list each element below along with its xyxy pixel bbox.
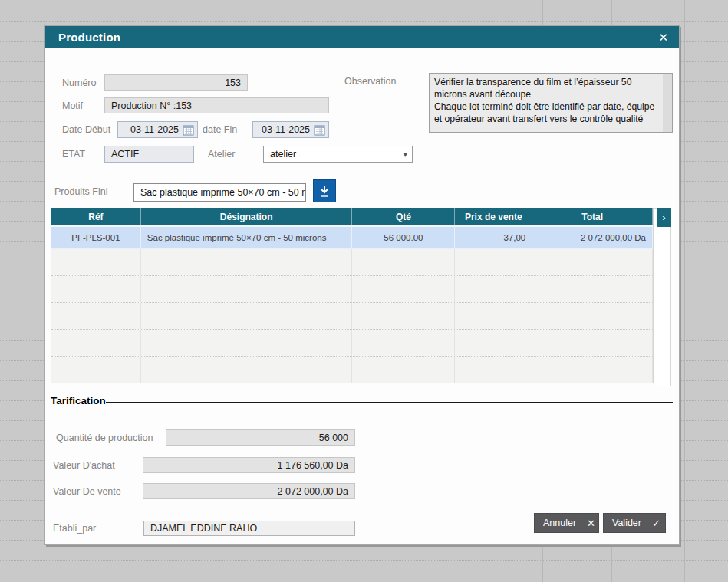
background-gridline	[0, 2, 728, 2]
table-cell: PF-PLS-001	[51, 227, 141, 248]
table-cell-empty	[455, 357, 532, 383]
table-row-empty	[51, 249, 653, 276]
background-gridline	[0, 580, 728, 580]
table-cell-empty	[141, 249, 353, 275]
table-cell-empty	[352, 276, 455, 302]
table-row-empty	[51, 303, 653, 330]
table-row-empty	[51, 330, 653, 357]
table-cell-empty	[51, 357, 141, 383]
cancel-x-icon: ✕	[576, 518, 595, 529]
close-icon[interactable]: ✕	[658, 31, 668, 43]
table-row-empty	[51, 276, 653, 303]
valider-button[interactable]: Valider ✓	[603, 513, 666, 533]
observation-scrollbar[interactable]	[663, 74, 672, 132]
download-icon	[318, 184, 331, 198]
chevron-right-icon: ›	[662, 212, 665, 223]
valeur-achat-field[interactable]: 1 176 560,00 Da	[143, 457, 355, 473]
table-cell-empty	[455, 249, 532, 275]
atelier-label: Atelier	[208, 146, 235, 163]
quantite-field[interactable]: 56 000	[166, 429, 355, 446]
table-cell-empty	[141, 276, 353, 302]
date-debut-field[interactable]: 03-11-2025	[117, 121, 198, 138]
grid-header-row: RéfDésignationQtéPrix de venteTotal	[51, 208, 653, 227]
motif-label: Motif	[62, 97, 83, 114]
atelier-selected-value: atelier	[270, 149, 296, 159]
table-row-empty	[51, 357, 653, 383]
grid-column-header[interactable]: Réf	[51, 208, 141, 225]
table-cell-empty	[455, 330, 532, 356]
table-cell-empty	[532, 330, 653, 356]
chevron-down-icon: ▾	[400, 150, 407, 159]
table-cell-empty	[455, 276, 532, 302]
table-cell: Sac plastique imprimé 50×70 cm - 50 micr…	[141, 227, 353, 248]
tarification-divider	[106, 402, 673, 403]
table-cell-empty	[532, 276, 653, 302]
grid-vertical-scrollbar[interactable]	[654, 208, 671, 386]
grid-column-header[interactable]: Prix de vente	[455, 208, 532, 225]
table-cell-empty	[532, 249, 653, 275]
table-cell-empty	[51, 276, 141, 302]
annuler-button-label: Annuler	[543, 518, 576, 528]
calendar-icon[interactable]	[183, 124, 194, 136]
table-cell-empty	[352, 330, 455, 356]
table-cell-empty	[141, 357, 353, 383]
table-cell: 2 072 000,00 Da	[532, 227, 653, 248]
numero-label: Numéro	[62, 74, 96, 91]
date-debut-label: Date Début	[62, 121, 110, 138]
table-cell: 37,00	[455, 227, 532, 248]
table-cell-empty	[141, 303, 353, 329]
etat-label: ETAT	[62, 146, 85, 163]
table-cell-empty	[51, 249, 141, 275]
table-cell: 56 000.00	[352, 227, 455, 248]
etat-field[interactable]: ACTIF	[104, 146, 194, 163]
etabli-par-field[interactable]: DJAMEL EDDINE RAHO	[143, 521, 355, 536]
background-gridline	[684, 0, 685, 582]
annuler-button[interactable]: Annuler ✕	[534, 513, 599, 533]
atelier-select[interactable]: atelier ▾	[263, 146, 413, 163]
date-fin-value: 03-11-2025	[262, 124, 310, 135]
table-cell-empty	[352, 303, 455, 329]
dialog-titlebar: Production ✕	[45, 26, 679, 48]
produits-fini-label: Produits Fini	[54, 183, 107, 200]
observation-textarea[interactable]: Vérifier la transparence du film et l’ép…	[429, 73, 673, 133]
tarification-title: Tarification	[51, 395, 106, 406]
add-product-button[interactable]	[313, 179, 336, 202]
grid-column-header[interactable]: Total	[532, 208, 653, 225]
table-cell-empty	[532, 357, 653, 383]
grid-column-header[interactable]: Qté	[352, 208, 455, 225]
table-cell-empty	[532, 303, 653, 329]
produits-fini-select[interactable]: Sac plastique imprimé 50×70 cm - 50 mi..…	[133, 183, 306, 202]
observation-label: Observation	[344, 73, 396, 90]
grid-scroll-right-button[interactable]: ›	[657, 208, 671, 227]
table-cell-empty	[352, 357, 455, 383]
table-cell-empty	[141, 330, 353, 356]
table-cell-empty	[51, 330, 141, 356]
table-cell-empty	[455, 303, 532, 329]
date-fin-label: date Fin	[203, 121, 237, 138]
numero-field[interactable]: 153	[104, 74, 248, 91]
table-cell-empty	[352, 249, 455, 275]
valeur-vente-label: Valeur De vente	[53, 483, 121, 500]
etabli-par-label: Etabli_par	[53, 520, 96, 537]
background-gridline	[0, 21, 728, 22]
dialog-title: Production	[58, 31, 120, 44]
valeur-vente-field[interactable]: 2 072 000,00 Da	[143, 483, 355, 499]
date-fin-field[interactable]: 03-11-2025	[252, 121, 329, 138]
date-debut-value: 03-11-2025	[130, 124, 179, 135]
table-cell-empty	[51, 303, 141, 329]
products-grid: › RéfDésignationQtéPrix de venteTotal PF…	[51, 208, 671, 386]
grid-column-header[interactable]: Désignation	[141, 208, 353, 225]
quantite-label: Quantité de production	[56, 429, 153, 446]
motif-field[interactable]: Production N° :153	[104, 97, 329, 113]
background-gridline	[0, 560, 728, 561]
production-dialog: Production ✕ Numéro 153 Observation Véri…	[44, 25, 680, 545]
checkmark-icon: ✓	[641, 518, 660, 529]
tarification-section-header: Tarification	[51, 395, 673, 406]
calendar-icon[interactable]	[314, 124, 325, 136]
valeur-achat-label: Valeur D'achat	[53, 457, 115, 474]
produits-fini-selected-value: Sac plastique imprimé 50×70 cm - 50 mi..…	[140, 187, 306, 198]
valider-button-label: Valider	[612, 518, 641, 528]
table-row-selected[interactable]: PF-PLS-001Sac plastique imprimé 50×70 cm…	[51, 227, 653, 249]
